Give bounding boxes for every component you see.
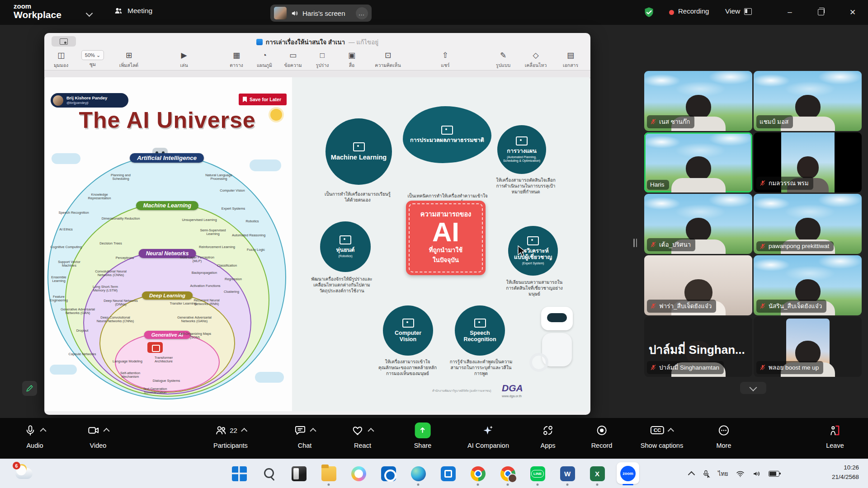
keynote-tool-button[interactable]: ▭ ข้อความ bbox=[284, 50, 302, 69]
apps-button[interactable]: Apps bbox=[540, 422, 555, 449]
app-icon bbox=[351, 466, 366, 481]
recording-status[interactable]: Recording bbox=[678, 7, 709, 15]
participant-tile[interactable]: ปาล์มมี่ Singhan... ปาล์มมี่ Singhanamta… bbox=[644, 317, 752, 377]
ring-label: Generative Adversarial Networks (GAN) bbox=[59, 308, 96, 315]
app-icon bbox=[232, 466, 247, 481]
taskbar-app[interactable] bbox=[227, 461, 251, 486]
captions-button[interactable]: CC Show captions bbox=[641, 422, 683, 449]
restore-icon bbox=[818, 9, 824, 15]
keynote-tool-button[interactable]: ⊞ เพิ่มสไลด์ bbox=[119, 50, 138, 69]
app-icon bbox=[321, 466, 336, 481]
participant-tile[interactable]: ฟาร่า_สืบเจ็ดยังแจ๋ว bbox=[644, 255, 752, 315]
battery-icon[interactable] bbox=[769, 471, 779, 477]
restore-button[interactable] bbox=[815, 6, 827, 18]
participant-tile[interactable]: เต้อ_ปริศนา bbox=[644, 194, 752, 254]
participant-tile[interactable]: แชมป์ มอส bbox=[754, 71, 862, 131]
taskbar-app[interactable] bbox=[287, 461, 311, 486]
security-shield-icon[interactable] bbox=[643, 6, 655, 19]
keynote-tool-button[interactable]: ⊡ ความคิดเห็น bbox=[375, 50, 401, 69]
wifi-icon[interactable] bbox=[736, 469, 745, 478]
taskbar-app[interactable] bbox=[496, 461, 519, 486]
keynote-tool-button[interactable]: ▤ เอกสาร bbox=[563, 50, 578, 69]
taskbar-clock[interactable]: 10:26 21/4/2568 bbox=[814, 463, 859, 482]
more-button[interactable]: More bbox=[716, 422, 731, 449]
keynote-tool-button[interactable]: ⇧ แชร์ bbox=[441, 50, 450, 69]
zoom-workplace-logo: zoom Workplace bbox=[14, 3, 61, 20]
captions-options-chevron[interactable] bbox=[668, 428, 674, 434]
weather-widget[interactable]: 6 bbox=[12, 462, 36, 485]
participant-tile[interactable]: pawanpong prekittiwat bbox=[754, 194, 862, 254]
chat-button[interactable]: Chat bbox=[294, 422, 316, 449]
date: 21/4/2568 bbox=[814, 473, 859, 482]
taskbar-app[interactable] bbox=[317, 461, 340, 486]
tool-icon: ◔ bbox=[257, 50, 272, 61]
participant-tile[interactable]: พลอย boost me up bbox=[754, 317, 862, 377]
taskbar-app[interactable]: zoom bbox=[615, 461, 641, 486]
ai-companion-button[interactable]: AI Companion bbox=[467, 422, 509, 449]
tool-label: เคลื่อนไหว bbox=[525, 61, 547, 69]
keynote-tool-button[interactable]: □ รูปร่าง bbox=[316, 50, 329, 69]
footer-url: www.dga.or.th bbox=[502, 394, 522, 398]
chat-options-chevron[interactable] bbox=[310, 428, 316, 434]
taskbar-app[interactable] bbox=[406, 461, 430, 486]
keynote-tool-button[interactable]: ✎ รูปแบบ bbox=[496, 50, 510, 69]
video-options-chevron[interactable] bbox=[103, 428, 109, 434]
keynote-titlebar: การเล่าเรื่องให้น่าสนใจ สำเนา— แก้ไขอยู่ bbox=[44, 33, 590, 49]
taskbar-app[interactable]: LINE bbox=[526, 461, 549, 486]
gpt-chip-icon bbox=[147, 342, 163, 353]
ai-center-card: ความสามารถของ AI ที่ถูกนำมาใช้ ในปัจจุบั… bbox=[406, 201, 486, 275]
keynote-tool-button[interactable]: 50% ⌄ ซูม bbox=[81, 50, 104, 68]
taskbar-app[interactable] bbox=[466, 461, 490, 486]
tool-label: ตาราง bbox=[230, 61, 243, 69]
participant-tile[interactable]: Haris bbox=[644, 132, 752, 192]
taskbar-app[interactable]: W bbox=[556, 461, 579, 486]
keynote-tool-button[interactable]: ▣ สื่อ bbox=[348, 50, 355, 69]
share-button[interactable]: Share bbox=[414, 422, 432, 449]
cc-icon: CC bbox=[651, 426, 665, 434]
taskbar-app[interactable]: X bbox=[585, 461, 609, 486]
shared-screen-pill[interactable]: Haris's screen ... bbox=[270, 5, 372, 22]
participant-tile[interactable]: นัสริน_สืบเจ็ดยังแจ๋ว bbox=[754, 255, 862, 315]
participant-tile[interactable]: เนส ซานก๊ก bbox=[644, 71, 752, 131]
more-participants-button[interactable] bbox=[740, 382, 766, 394]
capability-description: ให้เครื่องสามารถเข้าใจคุณลักษณะของภาพคล้… bbox=[375, 359, 440, 376]
tool-icon: 50% ⌄ bbox=[81, 50, 104, 60]
react-button[interactable]: React bbox=[352, 422, 373, 449]
participants-button[interactable]: 22 Participants bbox=[213, 422, 248, 449]
chevron-down-icon[interactable] bbox=[86, 10, 93, 17]
participant-tile[interactable]: กมลวรรณ พรม bbox=[754, 132, 862, 192]
keynote-tool-button[interactable]: ▶ เล่น bbox=[180, 50, 188, 69]
audio-button[interactable]: Audio bbox=[24, 422, 46, 449]
more-icon bbox=[717, 424, 730, 436]
keynote-tool-button[interactable]: ▦ ตาราง bbox=[230, 50, 243, 69]
language-indicator[interactable]: ไทย bbox=[718, 469, 728, 479]
taskbar-app[interactable] bbox=[347, 461, 370, 486]
share-options-button[interactable]: ... bbox=[356, 7, 368, 19]
minimize-button[interactable]: – bbox=[783, 6, 796, 18]
video-button[interactable]: Video bbox=[88, 422, 109, 449]
leave-button[interactable]: Leave bbox=[826, 422, 844, 449]
close-button[interactable]: ✕ bbox=[846, 6, 859, 18]
taskbar-app[interactable] bbox=[257, 461, 281, 486]
view-button[interactable]: View bbox=[725, 7, 752, 15]
notification-badge: 6 bbox=[13, 462, 20, 469]
keynote-tool-button[interactable]: ◇ เคลื่อนไหว bbox=[525, 50, 547, 69]
participants-options-chevron[interactable] bbox=[241, 428, 247, 434]
record-button[interactable]: Record bbox=[591, 422, 613, 449]
keynote-tool-button[interactable]: ◔ แผนภูมิ bbox=[257, 50, 272, 69]
panel-resize-handle[interactable] bbox=[633, 239, 637, 247]
tray-mic-icon[interactable] bbox=[702, 469, 710, 478]
react-options-chevron[interactable] bbox=[368, 428, 374, 434]
volume-icon[interactable] bbox=[752, 469, 761, 478]
ring-label: Support Vector Machines bbox=[53, 260, 85, 268]
running-indicator bbox=[566, 483, 569, 486]
annotate-button[interactable] bbox=[22, 381, 37, 396]
taskbar-app[interactable] bbox=[436, 461, 460, 486]
taskbar-app[interactable] bbox=[377, 461, 400, 486]
tool-label: เล่น bbox=[180, 61, 188, 69]
tab-meeting[interactable]: Meeting bbox=[114, 6, 152, 15]
tray-expand-chevron[interactable] bbox=[688, 471, 695, 479]
audio-options-chevron[interactable] bbox=[40, 428, 46, 434]
ring-label: Expert Systems bbox=[217, 207, 250, 211]
keynote-tool-button[interactable]: ◫ มุมมอง bbox=[54, 50, 68, 69]
